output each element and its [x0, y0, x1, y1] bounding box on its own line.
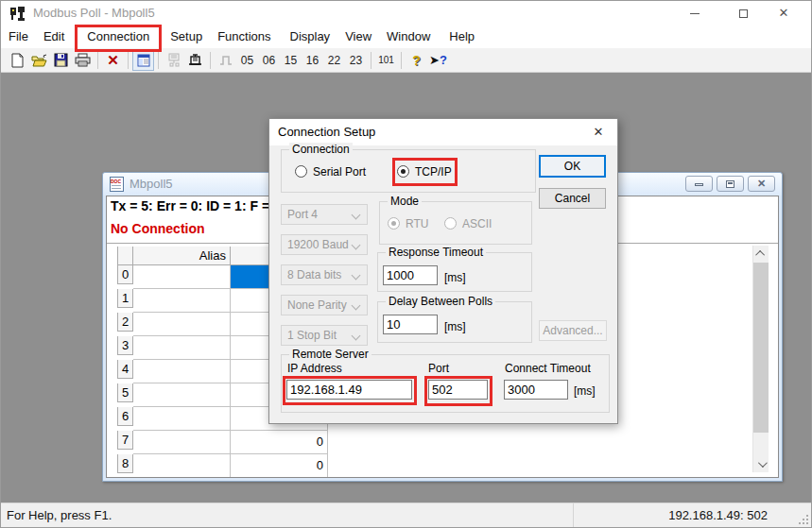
row-header[interactable]: 7 — [117, 431, 133, 450]
connect-timeout-label: Connect Timeout — [505, 362, 591, 375]
baud-rate-select[interactable]: 19200 Baud — [281, 234, 368, 255]
context-help-button[interactable]: ➤? — [427, 50, 449, 71]
row-header[interactable]: 8 — [117, 454, 133, 473]
dialog-title: Connection Setup — [278, 125, 375, 139]
mode-groupbox: Mode RTU ASCII — [379, 201, 532, 245]
chevron-down-icon — [352, 332, 361, 341]
print-button[interactable] — [72, 50, 94, 71]
single-pulse-button[interactable] — [215, 50, 236, 71]
delay-unit: [ms] — [444, 320, 466, 333]
response-timeout-label: Response Timeout — [386, 246, 486, 259]
menu-display[interactable]: Display — [283, 26, 338, 48]
value-cell[interactable]: 0 — [231, 454, 328, 478]
help-question-icon: ? — [412, 53, 421, 68]
child-minimize-button[interactable] — [685, 176, 713, 192]
radio-checked-icon — [397, 165, 409, 178]
function-23-button[interactable]: 23 — [345, 54, 367, 67]
menu-functions[interactable]: Functions — [210, 26, 278, 48]
device-icon — [188, 53, 202, 67]
ok-button[interactable]: OK — [539, 155, 606, 178]
print-icon — [75, 53, 91, 67]
poll-grayed-icon — [166, 53, 181, 67]
function-22-button[interactable]: 22 — [323, 54, 345, 67]
row-header[interactable]: 6 — [117, 407, 133, 426]
row-header[interactable]: 0 — [117, 265, 133, 284]
port-label: Port — [428, 362, 449, 375]
vertical-scrollbar[interactable] — [752, 246, 769, 472]
row-header[interactable]: 1 — [117, 289, 133, 308]
alias-cell[interactable] — [133, 454, 231, 478]
minimize-button[interactable] — [679, 1, 711, 26]
alias-cell[interactable] — [133, 289, 231, 313]
menu-file[interactable]: File — [1, 26, 36, 48]
stop-bit-select[interactable]: 1 Stop Bit — [281, 325, 368, 346]
data-bits-select[interactable]: 8 Data bits — [281, 264, 368, 285]
chevron-down-icon — [352, 271, 361, 281]
menu-edit[interactable]: Edit — [36, 26, 72, 48]
response-timeout-input[interactable] — [383, 265, 438, 285]
child-window-title: Mbpoll5 — [130, 177, 173, 191]
ip-address-label: IP Address — [287, 362, 342, 375]
remote-server-groupbox: Remote Server IP Address Port Connect Ti… — [281, 354, 610, 413]
function-16-button[interactable]: 16 — [302, 54, 323, 67]
toolbar-separator — [158, 52, 159, 69]
tcpip-radio[interactable]: TCP/IP — [397, 164, 452, 179]
menu-help[interactable]: Help — [441, 26, 482, 48]
poll-once-button[interactable] — [163, 50, 184, 71]
new-file-button[interactable] — [7, 50, 28, 71]
ascii-radio[interactable]: ASCII — [444, 216, 492, 230]
value-cell[interactable]: 0 — [231, 431, 328, 454]
function-101-button[interactable]: 101 — [375, 55, 397, 65]
alias-cell[interactable] — [133, 360, 231, 383]
ip-address-input[interactable] — [286, 380, 412, 400]
save-button[interactable] — [50, 50, 72, 71]
about-help-button[interactable]: ? — [406, 50, 427, 71]
child-restore-button[interactable] — [717, 176, 744, 192]
alias-cell[interactable] — [133, 313, 231, 336]
function-06-button[interactable]: 06 — [258, 54, 280, 67]
communication-traffic-button[interactable] — [184, 50, 206, 71]
disconnect-button[interactable]: ✕ — [102, 50, 124, 71]
serial-port-radio[interactable]: Serial Port — [295, 164, 366, 179]
connect-timeout-input[interactable] — [504, 380, 568, 400]
serial-port-select[interactable]: Port 4 — [281, 204, 368, 225]
app-icon — [9, 6, 26, 22]
radio-icon — [295, 165, 307, 178]
function-05-button[interactable]: 05 — [236, 54, 258, 67]
advanced-button[interactable]: Advanced... — [539, 320, 607, 341]
row-header[interactable]: 4 — [117, 360, 133, 379]
resize-grip[interactable] — [797, 513, 809, 525]
function-15-button[interactable]: 15 — [280, 54, 302, 67]
menu-connection[interactable]: Connection — [79, 26, 157, 48]
row-header[interactable]: 5 — [117, 383, 133, 402]
alias-cell[interactable] — [133, 265, 231, 289]
parity-select[interactable]: None Parity — [281, 295, 368, 315]
scrollbar-thumb[interactable] — [753, 263, 769, 433]
open-file-button[interactable] — [28, 50, 50, 71]
scroll-up-button[interactable] — [753, 246, 769, 262]
alias-header-cell[interactable]: Alias — [133, 247, 231, 265]
radio-disabled-icon — [444, 217, 457, 230]
port-input[interactable] — [428, 380, 488, 400]
toolbar-separator — [97, 52, 98, 69]
row-header[interactable]: 2 — [117, 313, 133, 332]
menu-view[interactable]: View — [337, 26, 379, 48]
dialog-close-button[interactable]: ✕ — [590, 124, 607, 141]
alias-cell[interactable] — [133, 407, 231, 431]
alias-cell[interactable] — [133, 336, 231, 360]
row-header[interactable]: 3 — [117, 336, 133, 355]
close-button[interactable]: ✕ — [768, 1, 800, 26]
delay-input[interactable] — [383, 315, 438, 334]
menu-setup[interactable]: Setup — [163, 26, 210, 48]
alias-cell[interactable] — [133, 431, 231, 454]
rtu-radio[interactable]: RTU — [388, 216, 428, 230]
cancel-button[interactable]: Cancel — [539, 188, 606, 209]
maximize-button[interactable] — [727, 1, 759, 26]
chevron-down-icon — [352, 301, 361, 311]
child-close-button[interactable]: ✕ — [748, 176, 775, 192]
scroll-down-button[interactable] — [753, 456, 769, 472]
menu-window[interactable]: Window — [379, 26, 438, 48]
alias-cell[interactable] — [133, 383, 231, 407]
display-setup-button[interactable] — [132, 50, 154, 71]
mode-group-label: Mode — [388, 195, 422, 208]
